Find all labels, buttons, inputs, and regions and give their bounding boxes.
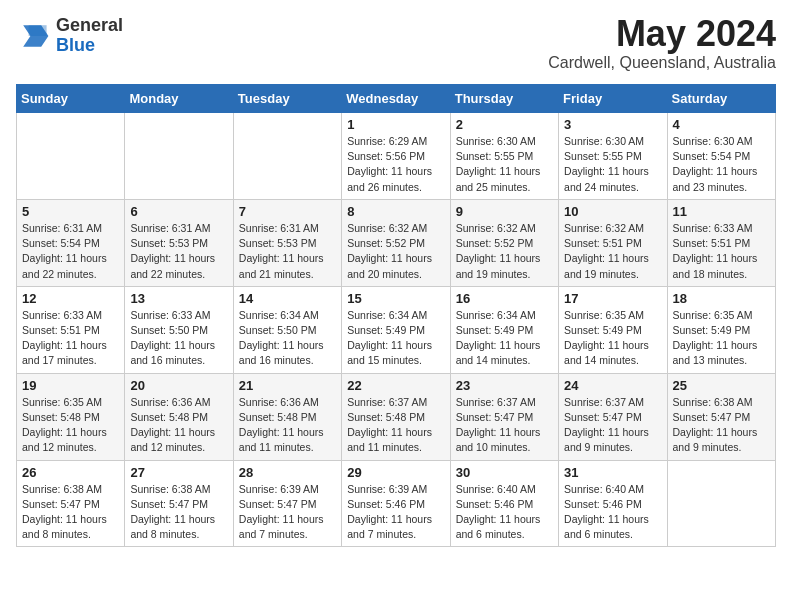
calendar-week-row: 5Sunrise: 6:31 AMSunset: 5:54 PMDaylight…: [17, 199, 776, 286]
day-info: Sunrise: 6:33 AMSunset: 5:51 PMDaylight:…: [22, 308, 119, 369]
day-info: Sunrise: 6:33 AMSunset: 5:50 PMDaylight:…: [130, 308, 227, 369]
day-number: 22: [347, 378, 444, 393]
day-info: Sunrise: 6:32 AMSunset: 5:52 PMDaylight:…: [456, 221, 553, 282]
day-of-week-header: Monday: [125, 85, 233, 113]
day-number: 15: [347, 291, 444, 306]
day-info: Sunrise: 6:38 AMSunset: 5:47 PMDaylight:…: [22, 482, 119, 543]
day-of-week-header: Friday: [559, 85, 667, 113]
calendar-cell: 2Sunrise: 6:30 AMSunset: 5:55 PMDaylight…: [450, 113, 558, 200]
day-info: Sunrise: 6:35 AMSunset: 5:48 PMDaylight:…: [22, 395, 119, 456]
calendar-cell: [233, 113, 341, 200]
calendar-cell: 21Sunrise: 6:36 AMSunset: 5:48 PMDayligh…: [233, 373, 341, 460]
calendar-cell: 24Sunrise: 6:37 AMSunset: 5:47 PMDayligh…: [559, 373, 667, 460]
svg-marker-1: [29, 25, 47, 36]
day-of-week-header: Sunday: [17, 85, 125, 113]
day-number: 21: [239, 378, 336, 393]
day-number: 31: [564, 465, 661, 480]
calendar-week-row: 26Sunrise: 6:38 AMSunset: 5:47 PMDayligh…: [17, 460, 776, 547]
day-number: 9: [456, 204, 553, 219]
logo: General Blue: [16, 16, 123, 56]
calendar-cell: 17Sunrise: 6:35 AMSunset: 5:49 PMDayligh…: [559, 286, 667, 373]
day-number: 4: [673, 117, 770, 132]
day-info: Sunrise: 6:37 AMSunset: 5:48 PMDaylight:…: [347, 395, 444, 456]
day-info: Sunrise: 6:34 AMSunset: 5:50 PMDaylight:…: [239, 308, 336, 369]
page-header: General Blue May 2024 Cardwell, Queensla…: [16, 16, 776, 72]
day-number: 23: [456, 378, 553, 393]
day-of-week-header: Saturday: [667, 85, 775, 113]
day-of-week-header: Thursday: [450, 85, 558, 113]
day-info: Sunrise: 6:39 AMSunset: 5:47 PMDaylight:…: [239, 482, 336, 543]
calendar-cell: 7Sunrise: 6:31 AMSunset: 5:53 PMDaylight…: [233, 199, 341, 286]
day-info: Sunrise: 6:39 AMSunset: 5:46 PMDaylight:…: [347, 482, 444, 543]
logo-icon: [16, 18, 52, 54]
calendar-cell: 19Sunrise: 6:35 AMSunset: 5:48 PMDayligh…: [17, 373, 125, 460]
day-of-week-header: Wednesday: [342, 85, 450, 113]
day-of-week-header: Tuesday: [233, 85, 341, 113]
calendar-cell: 11Sunrise: 6:33 AMSunset: 5:51 PMDayligh…: [667, 199, 775, 286]
calendar-cell: 28Sunrise: 6:39 AMSunset: 5:47 PMDayligh…: [233, 460, 341, 547]
calendar-cell: 22Sunrise: 6:37 AMSunset: 5:48 PMDayligh…: [342, 373, 450, 460]
day-number: 26: [22, 465, 119, 480]
day-info: Sunrise: 6:31 AMSunset: 5:54 PMDaylight:…: [22, 221, 119, 282]
calendar-cell: 13Sunrise: 6:33 AMSunset: 5:50 PMDayligh…: [125, 286, 233, 373]
calendar-week-row: 1Sunrise: 6:29 AMSunset: 5:56 PMDaylight…: [17, 113, 776, 200]
calendar-cell: 29Sunrise: 6:39 AMSunset: 5:46 PMDayligh…: [342, 460, 450, 547]
calendar-cell: 26Sunrise: 6:38 AMSunset: 5:47 PMDayligh…: [17, 460, 125, 547]
day-info: Sunrise: 6:30 AMSunset: 5:55 PMDaylight:…: [456, 134, 553, 195]
calendar-cell: 20Sunrise: 6:36 AMSunset: 5:48 PMDayligh…: [125, 373, 233, 460]
day-number: 6: [130, 204, 227, 219]
day-number: 11: [673, 204, 770, 219]
day-info: Sunrise: 6:33 AMSunset: 5:51 PMDaylight:…: [673, 221, 770, 282]
calendar-cell: 1Sunrise: 6:29 AMSunset: 5:56 PMDaylight…: [342, 113, 450, 200]
day-number: 1: [347, 117, 444, 132]
day-info: Sunrise: 6:40 AMSunset: 5:46 PMDaylight:…: [456, 482, 553, 543]
calendar-week-row: 19Sunrise: 6:35 AMSunset: 5:48 PMDayligh…: [17, 373, 776, 460]
day-number: 13: [130, 291, 227, 306]
calendar-cell: 31Sunrise: 6:40 AMSunset: 5:46 PMDayligh…: [559, 460, 667, 547]
day-number: 16: [456, 291, 553, 306]
day-info: Sunrise: 6:38 AMSunset: 5:47 PMDaylight:…: [130, 482, 227, 543]
calendar-cell: 25Sunrise: 6:38 AMSunset: 5:47 PMDayligh…: [667, 373, 775, 460]
day-number: 2: [456, 117, 553, 132]
calendar-cell: 15Sunrise: 6:34 AMSunset: 5:49 PMDayligh…: [342, 286, 450, 373]
day-info: Sunrise: 6:32 AMSunset: 5:52 PMDaylight:…: [347, 221, 444, 282]
day-info: Sunrise: 6:37 AMSunset: 5:47 PMDaylight:…: [456, 395, 553, 456]
day-number: 12: [22, 291, 119, 306]
day-number: 30: [456, 465, 553, 480]
logo-text: General Blue: [56, 16, 123, 56]
day-info: Sunrise: 6:30 AMSunset: 5:54 PMDaylight:…: [673, 134, 770, 195]
calendar-cell: 8Sunrise: 6:32 AMSunset: 5:52 PMDaylight…: [342, 199, 450, 286]
logo-blue: Blue: [56, 35, 95, 55]
day-number: 3: [564, 117, 661, 132]
day-info: Sunrise: 6:32 AMSunset: 5:51 PMDaylight:…: [564, 221, 661, 282]
calendar-cell: 30Sunrise: 6:40 AMSunset: 5:46 PMDayligh…: [450, 460, 558, 547]
day-number: 28: [239, 465, 336, 480]
calendar-cell: [667, 460, 775, 547]
day-number: 7: [239, 204, 336, 219]
day-number: 10: [564, 204, 661, 219]
day-info: Sunrise: 6:38 AMSunset: 5:47 PMDaylight:…: [673, 395, 770, 456]
day-number: 24: [564, 378, 661, 393]
day-info: Sunrise: 6:35 AMSunset: 5:49 PMDaylight:…: [564, 308, 661, 369]
calendar-cell: 4Sunrise: 6:30 AMSunset: 5:54 PMDaylight…: [667, 113, 775, 200]
calendar-cell: [17, 113, 125, 200]
title-block: May 2024 Cardwell, Queensland, Australia: [548, 16, 776, 72]
day-number: 19: [22, 378, 119, 393]
day-number: 8: [347, 204, 444, 219]
calendar-cell: 5Sunrise: 6:31 AMSunset: 5:54 PMDaylight…: [17, 199, 125, 286]
day-number: 20: [130, 378, 227, 393]
logo-general: General: [56, 15, 123, 35]
calendar-table: SundayMondayTuesdayWednesdayThursdayFrid…: [16, 84, 776, 547]
day-info: Sunrise: 6:36 AMSunset: 5:48 PMDaylight:…: [239, 395, 336, 456]
day-number: 25: [673, 378, 770, 393]
calendar-cell: 16Sunrise: 6:34 AMSunset: 5:49 PMDayligh…: [450, 286, 558, 373]
day-info: Sunrise: 6:34 AMSunset: 5:49 PMDaylight:…: [347, 308, 444, 369]
day-number: 18: [673, 291, 770, 306]
day-number: 5: [22, 204, 119, 219]
day-info: Sunrise: 6:30 AMSunset: 5:55 PMDaylight:…: [564, 134, 661, 195]
day-info: Sunrise: 6:36 AMSunset: 5:48 PMDaylight:…: [130, 395, 227, 456]
calendar-cell: 27Sunrise: 6:38 AMSunset: 5:47 PMDayligh…: [125, 460, 233, 547]
calendar-cell: 3Sunrise: 6:30 AMSunset: 5:55 PMDaylight…: [559, 113, 667, 200]
calendar-cell: 18Sunrise: 6:35 AMSunset: 5:49 PMDayligh…: [667, 286, 775, 373]
day-number: 29: [347, 465, 444, 480]
